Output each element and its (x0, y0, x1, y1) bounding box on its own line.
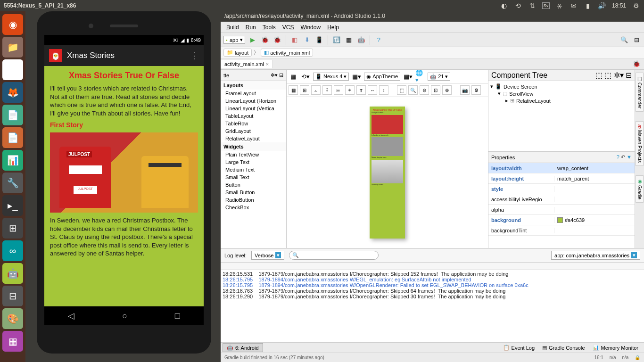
activity-icon[interactable]: ▦▾ (403, 72, 413, 81)
palette-item[interactable]: TableLayout (221, 112, 286, 120)
launcher-chrome[interactable]: ◐ (2, 59, 23, 80)
tree-device-screen[interactable]: ▾📱Device Screen (490, 83, 633, 90)
attach-debugger-button[interactable]: 🐞 (272, 35, 282, 45)
palette-item[interactable]: RadioButton (221, 196, 286, 204)
sdk-manager-icon[interactable]: ⬇ (302, 35, 312, 45)
property-row[interactable]: layout:widthwrap_content (488, 163, 635, 173)
view-icon[interactable]: ⊟ (632, 35, 641, 45)
bluetooth-icon[interactable]: ⚹ (555, 1, 564, 10)
app-content[interactable]: Xmas Stories True Or False I'll tell you… (44, 66, 204, 306)
launcher-settings[interactable]: 🔧 (2, 173, 23, 193)
select-btn[interactable]: ⬚ (397, 85, 406, 95)
sync-icon[interactable]: ⟲ (514, 1, 522, 10)
launcher-dash[interactable]: ◉ (2, 14, 23, 35)
collapse-all-icon[interactable]: ⬚ (604, 71, 611, 79)
property-value[interactable]: wrap_content (554, 165, 635, 171)
launcher-workspace[interactable]: ⊞ (2, 218, 23, 239)
tab-gear-icon[interactable]: 🐞 (632, 59, 641, 69)
menu-vcs[interactable]: VCS (280, 23, 297, 32)
distribute-v-btn[interactable]: ⫪ (356, 85, 366, 95)
hide-icon[interactable]: ⊟ (626, 71, 632, 79)
menu-build[interactable]: Build (223, 23, 242, 32)
volume-icon[interactable]: 🔊 (598, 1, 606, 10)
property-value[interactable]: #a4c639 (554, 217, 635, 223)
keyboard-icon[interactable]: Sv (542, 2, 550, 9)
nav-back-icon[interactable]: ◁ (68, 311, 74, 321)
help-icon[interactable]: ? (617, 154, 619, 160)
tree-relativelayout[interactable]: ▸⊞RelativeLayout (490, 97, 633, 104)
theme-dropdown[interactable]: ◉AppTheme (364, 73, 400, 81)
locale-icon[interactable]: 🌐▾ (415, 72, 425, 81)
settings-btn[interactable]: ⚙ (471, 85, 481, 95)
device-dropdown[interactable]: 📱Nexus 4▾ (313, 73, 349, 81)
zoom-out-btn[interactable]: ⊖ (420, 85, 429, 95)
palette-item[interactable]: Small Button (221, 189, 286, 196)
gear-icon[interactable]: ✲▾ (614, 71, 624, 79)
nav-recent-icon[interactable]: □ (175, 311, 180, 321)
bottom-tab-gradle-console[interactable]: ▤Gradle Console (538, 344, 588, 352)
align-right-btn[interactable]: ⫢ (334, 85, 343, 95)
filter-icon[interactable]: ▼ (627, 154, 632, 160)
capture-btn[interactable]: 📷 (460, 85, 470, 95)
tab-activity-main[interactable]: activity_main.xml × (221, 60, 273, 68)
property-row[interactable]: alpha (488, 205, 635, 215)
palette-item[interactable]: FrameLayout (221, 90, 286, 97)
lock-icon[interactable]: 🔒 (635, 355, 640, 360)
help-icon[interactable]: ? (374, 35, 383, 45)
refresh-icon[interactable]: ⟲▾ (301, 72, 310, 81)
palette-item[interactable]: RelativeLayout (221, 135, 286, 142)
property-row[interactable]: background#a4c639 (488, 215, 635, 225)
launcher-arduino[interactable]: ∞ (2, 240, 23, 261)
nav-home-icon[interactable]: ○ (122, 311, 127, 321)
mail-icon[interactable]: ✉ (570, 1, 578, 10)
property-row[interactable]: accessibilityLiveRegio (488, 194, 635, 205)
side-tab-gradle[interactable]: ◉Gradle (636, 175, 644, 203)
run-config-dropdown[interactable]: ▪ app ▾ (223, 36, 245, 44)
bottom-tab-memory-monitor[interactable]: 📊Memory Monitor (589, 344, 642, 352)
app-filter-dropdown[interactable]: app: com.janebabra.xmasstories ▾ (551, 251, 640, 260)
palette-item[interactable]: Medium Text (221, 166, 286, 173)
launcher-terminal[interactable]: ▸_ (2, 195, 23, 216)
run-button[interactable]: ▶ (248, 35, 257, 45)
tree-scrollview[interactable]: ▾⬚ScrollView (490, 90, 633, 97)
zoom-reset-btn[interactable]: ⊡ (431, 85, 440, 95)
bottom-tab-android[interactable]: 🤖6: Android (223, 343, 263, 352)
properties-table[interactable]: layout:widthwrap_contentlayout:heightmat… (488, 163, 635, 248)
logcat-output[interactable]: 18:26:15.531 1879-1879/com.janebabra.xma… (221, 270, 644, 342)
side-tab-commander[interactable]: ⬚Commander (636, 73, 644, 112)
grid-btn[interactable]: ⊞ (300, 85, 309, 95)
menu-tools[interactable]: Tools (260, 23, 279, 32)
zoom-in-btn[interactable]: ⊕ (442, 85, 452, 95)
menu-run[interactable]: Run (243, 23, 259, 32)
menu-window[interactable]: Window (297, 23, 323, 32)
property-row[interactable]: layout:heightmatch_parent (488, 173, 635, 184)
breadcrumb-layout[interactable]: 📁layout (223, 49, 252, 57)
search-everywhere-icon[interactable]: 🔍 (619, 35, 629, 45)
property-value[interactable]: match_parent (554, 176, 635, 181)
breadcrumb-file[interactable]: ◧activity_main.xml (261, 49, 313, 57)
distribute-h-btn[interactable]: ⫩ (345, 85, 355, 95)
palette-item[interactable]: GridLayout (221, 127, 286, 135)
launcher-calc[interactable]: 📊 (2, 150, 23, 171)
launcher-impress[interactable]: 📄 (2, 127, 23, 148)
palette-list[interactable]: Layouts FrameLayoutLinearLayout (Horizon… (221, 81, 286, 248)
palette-item[interactable]: CheckBox (221, 204, 286, 211)
clock[interactable]: 18:51 (612, 2, 626, 9)
log-level-dropdown[interactable]: Verbose ▾ (251, 251, 284, 260)
overflow-menu-icon[interactable]: ⋮ (190, 50, 199, 61)
launcher-firefox[interactable]: 🦊 (2, 82, 23, 103)
launcher-gimp[interactable]: 🎨 (2, 308, 23, 329)
gear-icon[interactable]: ✲▾ (271, 72, 278, 78)
launcher-files[interactable]: 📁 (2, 37, 23, 58)
palette-item[interactable]: Large Text (221, 158, 286, 166)
palette-item[interactable]: Small Text (221, 173, 286, 181)
zoom-fit-btn[interactable]: 🔍 (408, 85, 418, 95)
avd-manager-icon[interactable]: ◧ (290, 35, 299, 45)
gear-icon[interactable]: ⚙ (632, 1, 640, 10)
align-center-btn[interactable]: ⫱ (322, 85, 332, 95)
network-icon[interactable]: ⇅ (528, 1, 537, 10)
palette-icon[interactable]: ▦ (289, 72, 298, 81)
align-left-btn[interactable]: ⫠ (311, 85, 321, 95)
orientation-icon[interactable]: ▦▾ (352, 72, 361, 81)
chrome-tray-icon[interactable]: ◐ (500, 1, 508, 10)
